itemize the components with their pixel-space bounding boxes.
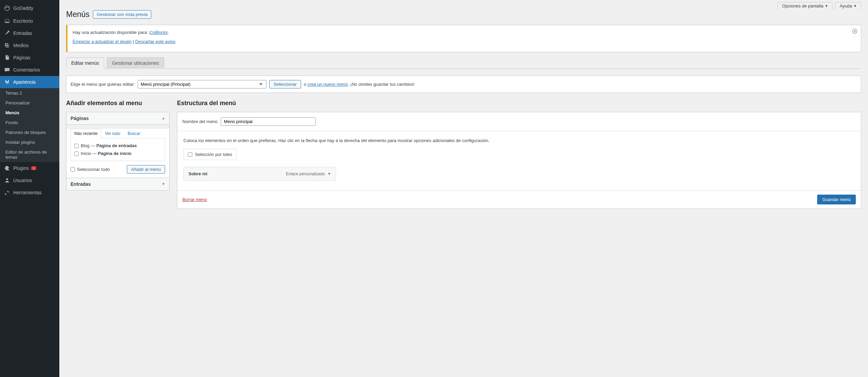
inner-tab-recent[interactable]: Más reciente bbox=[71, 129, 101, 138]
sidebar-item-label: Medios bbox=[13, 43, 28, 48]
screen-options-toggle[interactable]: Opciones de pantalla ▼ bbox=[777, 2, 832, 9]
sidebar-item-label: Usuarios bbox=[13, 178, 32, 183]
inner-tab-all[interactable]: Ver todo bbox=[101, 129, 124, 138]
structure-heading: Estructura del menú bbox=[177, 100, 861, 107]
sidebar-item-pages[interactable]: Páginas bbox=[0, 52, 59, 64]
menu-name-input[interactable] bbox=[221, 117, 316, 126]
submenu-label: Patrones de bloques bbox=[5, 130, 46, 135]
add-items-accordion: Páginas ▲ Más reciente Ver todo Buscar B… bbox=[66, 112, 170, 191]
sidebar-item-media[interactable]: Medios bbox=[0, 39, 59, 52]
sidebar-brand[interactable]: GoDaddy bbox=[0, 1, 59, 15]
delete-menu-link[interactable]: Borrar menú bbox=[182, 197, 207, 202]
screen-meta: Opciones de pantalla ▼ Ayuda ▼ bbox=[59, 0, 868, 9]
comment-icon bbox=[4, 66, 11, 73]
help-toggle[interactable]: Ayuda ▼ bbox=[835, 2, 861, 9]
page-icon bbox=[4, 54, 11, 61]
sidebar-item-label: Entradas bbox=[13, 31, 32, 36]
menu-footer: Borrar menú Guardar menú bbox=[177, 190, 861, 209]
sidebar-item-label: Comentarios bbox=[13, 67, 40, 73]
accordion-pages-body: Más reciente Ver todo Buscar Blog — Pági… bbox=[66, 129, 169, 178]
dashboard-icon bbox=[4, 18, 11, 24]
page-checkbox[interactable] bbox=[74, 152, 79, 156]
sidebar-item-users[interactable]: Usuarios bbox=[0, 174, 59, 186]
sidebar-item-appearance[interactable]: Apariencia bbox=[0, 76, 59, 88]
menu-structure-column: Estructura del menú Nombre del menú Colo… bbox=[177, 100, 861, 209]
help-label: Ayuda bbox=[840, 3, 852, 8]
dismiss-notice-link[interactable]: Descartar este aviso bbox=[135, 39, 176, 44]
submenu-theme-editor[interactable]: Editor de archivos de temas bbox=[0, 147, 59, 162]
appearance-submenu: Temas 2 Personalizar Menús Fondo Patrone… bbox=[0, 88, 59, 162]
pages-list: Blog — Página de entradas Inicio — Págin… bbox=[71, 138, 165, 161]
appearance-icon bbox=[4, 79, 11, 85]
page-check-blog[interactable]: Blog — Página de entradas bbox=[74, 142, 161, 150]
submenu-block-patterns[interactable]: Patrones de bloques bbox=[0, 127, 59, 137]
caret-down-icon: ▼ bbox=[825, 4, 828, 8]
submenu-label: Personalizar bbox=[5, 100, 30, 105]
chevron-down-icon[interactable]: ▼ bbox=[328, 172, 331, 176]
submenu-themes[interactable]: Temas 2 bbox=[0, 88, 59, 98]
menu-selector-bar: Elige el menú que quieras editar: Menú p… bbox=[66, 76, 861, 93]
menu-select[interactable]: Menú principal (Principal) bbox=[138, 80, 267, 88]
plugins-badge: 1 bbox=[31, 166, 37, 170]
brand-label: GoDaddy bbox=[13, 5, 33, 11]
start-update-link[interactable]: Empezar a actualizar el plugin bbox=[73, 39, 132, 44]
page-checkbox[interactable] bbox=[74, 144, 79, 148]
accordion-title: Entradas bbox=[71, 181, 91, 187]
batch-checkbox[interactable] bbox=[188, 152, 192, 157]
inner-tab-search[interactable]: Buscar bbox=[124, 129, 144, 138]
plugin-link[interactable]: CoBlocks bbox=[149, 30, 168, 35]
menu-body: Coloca los elementos en el orden que pre… bbox=[177, 131, 861, 191]
submenu-label: Instalar plugins bbox=[5, 140, 35, 145]
submenu-install-plugins[interactable]: Instalar plugins bbox=[0, 137, 59, 147]
tab-edit-menus[interactable]: Editar menús bbox=[66, 57, 104, 69]
add-items-column: Añadir elementos al menu Páginas ▲ Más r… bbox=[66, 100, 170, 209]
page-title: Menús bbox=[66, 9, 90, 20]
inner-tabs: Más reciente Ver todo Buscar bbox=[71, 129, 165, 138]
accordion-footer: Seleccionar todo Añadir al menú bbox=[66, 161, 169, 178]
add-to-menu-button[interactable]: Añadir al menú bbox=[127, 165, 165, 174]
accordion-entries-header[interactable]: Entradas ▼ bbox=[66, 178, 169, 190]
sidebar-item-tools[interactable]: Herramientas bbox=[0, 186, 59, 199]
accordion-title: Páginas bbox=[71, 116, 89, 121]
sidebar-item-label: Escritorio bbox=[13, 18, 33, 24]
accordion-pages-header[interactable]: Páginas ▲ bbox=[66, 112, 169, 125]
menu-instructions: Coloca los elementos en el orden que pre… bbox=[183, 137, 855, 144]
pin-icon bbox=[4, 30, 11, 37]
preview-manage-button[interactable]: Gestionar con vista previa bbox=[93, 10, 151, 19]
select-button[interactable]: Seleccionar bbox=[269, 80, 301, 88]
menu-name-row: Nombre del menú bbox=[177, 112, 861, 131]
update-notice: Hay una actualización disponible para: C… bbox=[66, 25, 861, 52]
plugin-icon bbox=[4, 165, 11, 172]
nav-tabs: Editar menús Gestionar ubicaciones bbox=[66, 57, 861, 69]
sidebar-item-posts[interactable]: Entradas bbox=[0, 27, 59, 39]
menu-structure-panel: Nombre del menú Coloca los elementos en … bbox=[177, 112, 861, 209]
sidebar-item-label: Plugins bbox=[13, 165, 29, 171]
submenu-background[interactable]: Fondo bbox=[0, 118, 59, 127]
sidebar-item-comments[interactable]: Comentarios bbox=[0, 64, 59, 76]
submenu-customize[interactable]: Personalizar bbox=[0, 98, 59, 108]
select-all-checkbox[interactable] bbox=[71, 167, 75, 172]
page-check-home[interactable]: Inicio — Página de inicio bbox=[74, 150, 161, 157]
sidebar-item-dashboard[interactable]: Escritorio bbox=[0, 15, 59, 27]
batch-label: Selección por lotes bbox=[195, 152, 232, 157]
chevron-up-icon: ▲ bbox=[162, 116, 165, 120]
sidebar-item-label: Herramientas bbox=[13, 190, 42, 195]
select-all-check[interactable]: Seleccionar todo bbox=[71, 167, 110, 172]
submenu-label: Fondo bbox=[5, 120, 18, 125]
batch-select[interactable]: Selección por lotes bbox=[183, 149, 237, 160]
submenu-label: Menús bbox=[5, 110, 19, 115]
sidebar-item-plugins[interactable]: Plugins 1 bbox=[0, 162, 59, 174]
sidebar-item-label: Páginas bbox=[13, 55, 31, 60]
add-items-heading: Añadir elementos al menu bbox=[66, 100, 170, 107]
submenu-label: Editor de archivos de temas bbox=[5, 150, 47, 160]
or-create-text: o crea un nuevo menú. ¡No olvides guarda… bbox=[304, 82, 415, 87]
menu-name-label: Nombre del menú bbox=[182, 119, 217, 124]
save-menu-button[interactable]: Guardar menú bbox=[817, 195, 856, 204]
sidebar-item-label: Apariencia bbox=[13, 79, 36, 85]
tab-manage-locations[interactable]: Gestionar ubicaciones bbox=[107, 57, 164, 69]
dismiss-icon[interactable] bbox=[852, 28, 857, 35]
users-icon bbox=[4, 177, 11, 184]
submenu-menus[interactable]: Menús bbox=[0, 108, 59, 118]
create-menu-link[interactable]: crea un nuevo menú bbox=[308, 82, 348, 87]
menu-item[interactable]: Sobre mí Enlace personalizado ▼ bbox=[183, 167, 336, 181]
